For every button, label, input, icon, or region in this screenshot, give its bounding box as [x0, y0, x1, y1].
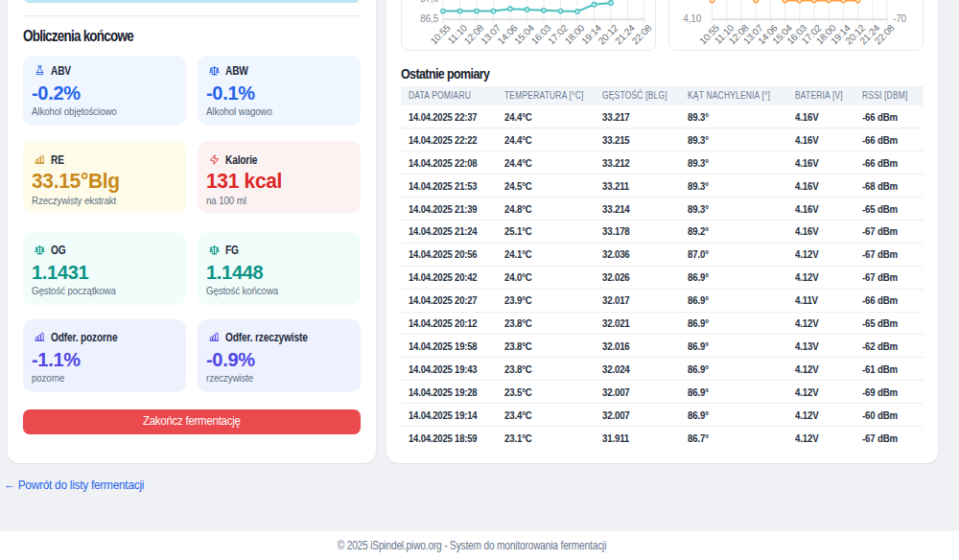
- table-cell: -66 dBm: [854, 105, 924, 128]
- table-cell: 14.04.2025 20:27: [401, 289, 497, 312]
- table-cell: -60 dBm: [854, 404, 924, 427]
- stat-sublabel: Gęstość początkowa: [32, 284, 157, 298]
- table-cell: -69 dBm: [854, 381, 924, 404]
- stat-card-fg: FG1.1448Gęstość końcowa: [198, 232, 361, 305]
- table-cell: 32.016: [595, 335, 680, 358]
- table-cell: 14.04.2025 18:59: [401, 426, 497, 449]
- table-cell: 14.04.2025 21:39: [401, 198, 497, 221]
- stat-sublabel: Alkohol wagowo: [206, 105, 332, 119]
- table-cell: 32.017: [595, 289, 680, 312]
- table-column-header: RSSI [DBM]: [854, 86, 924, 106]
- footer: © 2025 iSpindel.piwo.org - System do mon…: [0, 531, 959, 560]
- bar-chart-icon: [35, 154, 45, 165]
- table-cell: 14.04.2025 22:22: [401, 128, 497, 152]
- table-cell: 14.04.2025 19:14: [401, 404, 497, 427]
- table-row: 14.04.2025 20:1223.8°C32.02186.9°4.12V-6…: [401, 312, 924, 335]
- stat-card-odfer_pozorne: Odfer. pozorne-1.1%pozorne: [23, 319, 186, 393]
- table-row: 14.04.2025 19:1423.4°C32.00786.9°4.12V-6…: [401, 404, 924, 427]
- stat-head: ABV: [35, 65, 175, 76]
- table-cell: 14.04.2025 19:43: [401, 358, 497, 381]
- section-divider: [23, 15, 361, 16]
- table-row: 14.04.2025 21:5324.5°C33.21189.3°4.16V-6…: [401, 175, 924, 198]
- table-cell: -67 dBm: [854, 220, 924, 243]
- stat-card-re: RE33.15°BlgRzeczywisty ekstrakt: [23, 141, 186, 213]
- table-cell: 24.4°C: [497, 152, 595, 175]
- table-cell: 14.04.2025 19:28: [401, 381, 497, 404]
- table-cell: 14.04.2025 19:58: [401, 335, 497, 358]
- table-cell: 23.8°C: [497, 312, 595, 335]
- table-cell: 32.021: [595, 312, 680, 335]
- table-cell: -65 dBm: [854, 198, 924, 221]
- table-cell: -67 dBm: [854, 243, 924, 266]
- table-cell: 32.024: [595, 358, 680, 381]
- stat-value: 33.15°Blg: [32, 169, 168, 194]
- stat-sublabel: pozorne: [32, 371, 157, 385]
- table-cell: 32.026: [595, 266, 680, 289]
- table-row: 14.04.2025 19:4323.8°C32.02486.9°4.12V-6…: [401, 358, 924, 381]
- table-cell: 14.04.2025 20:56: [401, 243, 497, 266]
- stat-label: OG: [51, 245, 65, 255]
- content-columns: Obliczenia końcowe ABV-0.2%Alkohol objęt…: [8, 0, 938, 463]
- svg-text:22:08: 22:08: [630, 22, 654, 46]
- table-cell: -66 dBm: [854, 289, 924, 312]
- table-cell: 4.12V: [787, 312, 854, 335]
- table-cell: 86.7°: [680, 426, 787, 449]
- table-cell: 86.9°: [680, 266, 787, 289]
- stat-value: 131 kcal: [206, 169, 342, 194]
- table-cell: 24.4°C: [497, 105, 595, 128]
- table-cell: 14.04.2025 20:12: [401, 312, 497, 335]
- table-cell: 89.2°: [680, 220, 787, 243]
- flask-icon: [35, 65, 45, 76]
- stat-head: OG: [35, 245, 175, 255]
- stat-sublabel: Alkohol objętościowo: [32, 105, 157, 119]
- table-cell: 86.9°: [680, 358, 787, 381]
- table-cell: 89.3°: [680, 128, 787, 152]
- table-cell: 33.212: [595, 152, 680, 175]
- svg-text:4,10: 4,10: [683, 12, 701, 23]
- stat-card-abw: ABW-0.1%Alkohol wagowo: [198, 56, 361, 126]
- table-cell: 31.911: [595, 426, 680, 449]
- stat-head: Odfer. pozorne: [35, 332, 175, 342]
- table-cell: 89.3°: [680, 152, 787, 175]
- table-row: 14.04.2025 21:3924.8°C33.21489.3°4.16V-6…: [401, 198, 924, 221]
- table-cell: -61 dBm: [854, 358, 924, 381]
- table-cell: 14.04.2025 20:42: [401, 266, 497, 289]
- table-cell: 23.8°C: [497, 335, 595, 358]
- svg-text:87,0: 87,0: [420, 0, 438, 4]
- stat-value: -0.2%: [32, 82, 175, 105]
- table-cell: 25.1°C: [497, 220, 595, 243]
- stats-row: OG1.1431Gęstość początkowaFG1.1448Gęstoś…: [23, 232, 361, 305]
- back-to-list-link[interactable]: ← Powrót do listy fermentacji: [4, 478, 144, 493]
- table-cell: 4.16V: [787, 128, 854, 152]
- table-cell: 14.04.2025 21:53: [401, 175, 497, 198]
- table-row: 14.04.2025 22:2224.4°C33.21589.3°4.16V-6…: [401, 128, 924, 152]
- table-cell: 86.9°: [680, 289, 787, 312]
- measurements-title: Ostatnie pomiary: [401, 64, 834, 83]
- table-cell: 23.8°C: [497, 358, 595, 381]
- stat-value: -0.9%: [206, 348, 349, 371]
- table-row: 14.04.2025 20:5624.1°C32.03687.0°4.12V-6…: [401, 243, 924, 266]
- table-row: 14.04.2025 22:3724.4°C33.21789.3°4.16V-6…: [401, 105, 924, 128]
- zap-icon: [209, 154, 220, 165]
- table-column-header: TEMPERATURA [°C]: [497, 86, 595, 106]
- table-cell: 86.9°: [680, 335, 787, 358]
- table-row: 14.04.2025 22:0824.4°C33.21289.3°4.16V-6…: [401, 152, 924, 175]
- stat-value: -1.1%: [32, 348, 175, 371]
- table-cell: 23.4°C: [497, 404, 595, 427]
- table-cell: 23.1°C: [497, 426, 595, 449]
- table-cell: 4.11V: [787, 289, 854, 312]
- stat-label: ABV: [51, 65, 71, 76]
- table-cell: 4.12V: [787, 381, 854, 404]
- bar-chart-icon: [209, 332, 220, 342]
- table-cell: -62 dBm: [854, 335, 924, 358]
- table-cell: 32.007: [595, 381, 680, 404]
- table-cell: 32.007: [595, 404, 680, 427]
- stat-card-kalorie: Kalorie131 kcalna 100 ml: [198, 141, 361, 213]
- stat-card-og: OG1.1431Gęstość początkowa: [23, 232, 186, 305]
- stat-sublabel: Rzeczywisty ekstrakt: [32, 194, 157, 208]
- table-cell: -67 dBm: [854, 266, 924, 289]
- table-cell: 4.12V: [787, 243, 854, 266]
- table-row: 14.04.2025 18:5923.1°C31.91186.7°4.12V-6…: [401, 426, 924, 449]
- finish-fermentation-button[interactable]: Zakończ fermentację: [23, 409, 361, 434]
- footer-text: © 2025 iSpindel.piwo.org - System do mon…: [338, 539, 607, 552]
